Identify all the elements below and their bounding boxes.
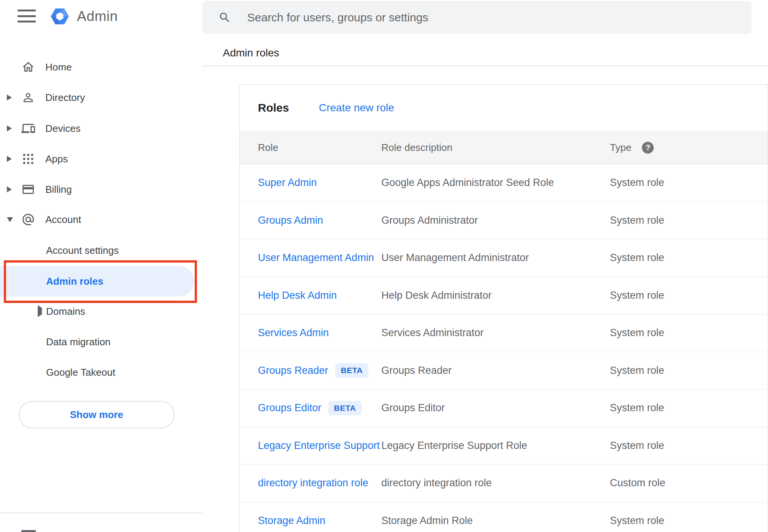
sidebar-item-account[interactable]: Account: [0, 204, 202, 235]
role-description: Groups Administrator: [381, 215, 610, 226]
devices-icon: [21, 122, 35, 135]
chevron-right-icon[interactable]: [7, 186, 12, 192]
chevron-right-icon[interactable]: [38, 305, 42, 317]
role-description: Groups Editor: [381, 402, 610, 414]
role-type: System role: [610, 365, 768, 377]
search-icon: [218, 11, 231, 24]
beta-badge: BETA: [335, 363, 369, 378]
admin-hexagon-logo-icon: [49, 5, 71, 27]
role-description: Legacy Enterprise Support Role: [381, 440, 610, 452]
table-row: Groups Reader BETA Groups Reader System …: [240, 352, 768, 390]
role-link[interactable]: User Management Admin: [258, 252, 374, 264]
sidebar-item-label: Home: [45, 61, 72, 73]
sidebar-item-directory[interactable]: Directory: [0, 82, 202, 113]
table-row: Groups Admin Groups Administrator System…: [240, 202, 768, 240]
role-type: System role: [610, 252, 768, 264]
table-row: Groups Editor BETA Groups Editor System …: [240, 389, 768, 427]
sidebar-item-devices[interactable]: Devices: [0, 113, 202, 144]
role-type: Custom role: [610, 477, 768, 489]
sidebar-item-home[interactable]: Home: [0, 52, 202, 82]
sidebar-item-data-migration[interactable]: Data migration: [0, 327, 202, 357]
create-new-role-link[interactable]: Create new role: [319, 85, 394, 131]
role-description: User Management Administrator: [381, 252, 610, 264]
search-input[interactable]: [246, 11, 705, 24]
clipped-bottom-icon: [21, 530, 36, 532]
sidebar-item-label: Domains: [46, 306, 85, 317]
role-type: System role: [610, 515, 768, 527]
home-icon: [21, 60, 35, 74]
sidebar-item-label: Directory: [45, 92, 85, 104]
role-type: System role: [610, 215, 768, 226]
sidebar-item-label: Billing: [45, 184, 72, 195]
role-type: System role: [610, 327, 768, 339]
roles-table: Super Admin Google Apps Administrator Se…: [240, 164, 768, 532]
credit-card-icon: [21, 183, 35, 196]
roles-panel-header: Roles Create new role: [240, 85, 768, 131]
table-row: Storage Admin Storage Admin Role System …: [240, 502, 768, 532]
table-row: Help Desk Admin Help Desk Administrator …: [240, 277, 768, 315]
role-description: Services Administrator: [381, 327, 610, 339]
role-link[interactable]: Legacy Enterprise Support: [258, 440, 380, 452]
sidebar: Admin Home Directory Devices: [0, 0, 202, 532]
role-link[interactable]: Groups Reader: [258, 365, 328, 377]
role-link[interactable]: Super Admin: [258, 177, 317, 189]
column-header-description: Role description: [381, 142, 610, 154]
hamburger-menu-icon[interactable]: [18, 10, 36, 22]
role-link[interactable]: Groups Editor: [258, 402, 322, 414]
admin-logo[interactable]: Admin: [49, 5, 118, 27]
role-link[interactable]: directory integration role: [258, 477, 368, 489]
sidebar-item-label: Account settings: [46, 245, 119, 256]
sidebar-item-billing[interactable]: Billing: [0, 174, 202, 205]
at-sign-icon: [21, 213, 35, 226]
role-link[interactable]: Groups Admin: [258, 215, 323, 226]
role-description: Groups Reader: [381, 365, 610, 377]
role-type: System role: [610, 440, 768, 452]
chevron-down-icon[interactable]: [7, 217, 13, 222]
google-admin-console: Admin Home Directory Devices: [0, 0, 768, 532]
sidebar-item-apps[interactable]: Apps: [0, 144, 202, 174]
beta-badge: BETA: [328, 401, 362, 415]
role-type: System role: [610, 402, 768, 414]
panel-title: Roles: [258, 85, 289, 131]
table-row: User Management Admin User Management Ad…: [240, 239, 768, 277]
sidebar-item-admin-roles[interactable]: Admin roles: [0, 266, 194, 296]
table-row: Legacy Enterprise Support Legacy Enterpr…: [240, 427, 768, 465]
sidebar-item-label: Apps: [45, 153, 68, 165]
column-header-role: Role: [240, 142, 381, 154]
role-link[interactable]: Services Admin: [258, 327, 329, 339]
app-title: Admin: [77, 8, 118, 24]
search-bar[interactable]: [202, 1, 752, 34]
roles-panel: Roles Create new role Role Role descript…: [239, 84, 768, 532]
person-icon: [21, 91, 35, 104]
sidebar-item-google-takeout[interactable]: Google Takeout: [0, 357, 202, 388]
header-divider: [202, 66, 768, 66]
chevron-right-icon[interactable]: [7, 95, 12, 101]
sidebar-bottom-divider: [0, 513, 202, 513]
breadcrumb: Admin roles: [223, 47, 279, 59]
role-description: Storage Admin Role: [381, 515, 610, 527]
sidebar-item-label: Google Takeout: [46, 367, 115, 378]
sidebar-item-label: Data migration: [46, 336, 110, 348]
apps-grid-icon: [21, 152, 35, 166]
column-header-type-label: Type: [610, 142, 631, 154]
role-description: directory integration role: [381, 477, 610, 489]
table-row: directory integration role directory int…: [240, 465, 768, 502]
show-more-button[interactable]: Show more: [19, 401, 174, 428]
sidebar-item-domains[interactable]: Domains: [0, 296, 202, 327]
role-description: Help Desk Administrator: [381, 290, 610, 301]
chevron-right-icon[interactable]: [7, 156, 12, 162]
table-row: Super Admin Google Apps Administrator Se…: [240, 164, 768, 202]
sidebar-item-account-settings[interactable]: Account settings: [0, 235, 202, 266]
sidebar-item-label: Admin roles: [46, 276, 103, 287]
help-icon[interactable]: ?: [642, 142, 654, 154]
role-link[interactable]: Help Desk Admin: [258, 290, 337, 301]
sidebar-item-label: Account: [45, 214, 81, 226]
table-row: Services Admin Services Administrator Sy…: [240, 314, 768, 352]
role-type: System role: [610, 177, 768, 189]
sidebar-item-label: Devices: [45, 123, 80, 135]
table-header-row: Role Role description Type ?: [240, 131, 768, 164]
role-type: System role: [610, 290, 768, 301]
role-link[interactable]: Storage Admin: [258, 515, 325, 527]
chevron-right-icon[interactable]: [7, 125, 12, 131]
role-description: Google Apps Administrator Seed Role: [381, 177, 610, 189]
